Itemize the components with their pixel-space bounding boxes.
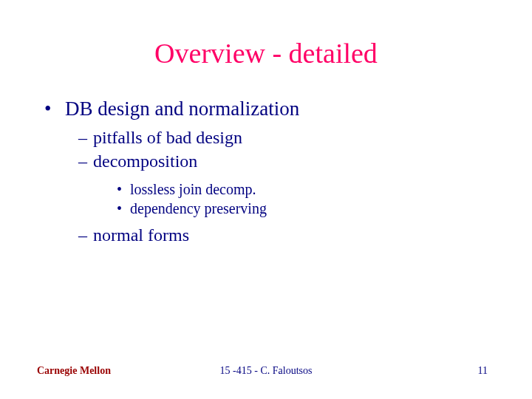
footer-institution: Carnegie Mellon [37,365,111,377]
bullet-level3: lossless join decomp. [117,181,495,198]
spacer [37,175,495,181]
bullet-level2: decomposition [78,151,495,171]
bullet-level1: DB design and normalization [44,98,495,120]
bullet-text: normal forms [93,225,189,245]
slide-footer: Carnegie Mellon 15 -415 - C. Faloutsos 1… [0,365,532,377]
bullet-level2: pitfalls of bad design [78,128,495,148]
bullet-text: DB design and normalization [65,98,299,120]
bullet-text: lossless join decomp. [130,181,256,197]
slide-title: Overview - detailed [37,37,495,69]
footer-page-number: 11 [478,365,488,377]
slide: Overview - detailed DB design and normal… [0,0,532,399]
bullet-text: dependency preserving [130,200,267,216]
bullet-level2: normal forms [78,225,495,245]
spacer [37,219,495,225]
bullet-text: decomposition [93,151,197,171]
bullet-text: pitfalls of bad design [93,128,242,147]
footer-course: 15 -415 - C. Faloutsos [220,365,313,377]
bullet-level3: dependency preserving [117,200,495,217]
